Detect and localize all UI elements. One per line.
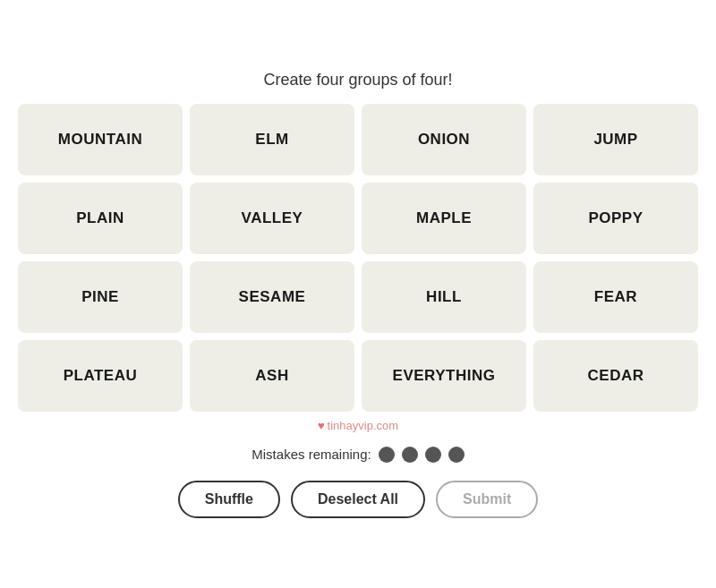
word-tile[interactable]: EVERYTHING bbox=[362, 340, 526, 412]
mistakes-dots bbox=[379, 447, 465, 463]
word-tile-label: ONION bbox=[418, 131, 470, 149]
mistake-dot bbox=[379, 447, 395, 463]
word-tile[interactable]: MAPLE bbox=[362, 183, 526, 254]
mistake-dot bbox=[402, 447, 418, 463]
shuffle-button[interactable]: Shuffle bbox=[178, 481, 280, 518]
mistakes-label: Mistakes remaining: bbox=[251, 447, 371, 462]
word-tile-label: JUMP bbox=[593, 131, 637, 149]
action-buttons: Shuffle Deselect All Submit bbox=[178, 481, 539, 518]
word-tile[interactable]: PLAIN bbox=[18, 183, 183, 254]
word-tile-label: FEAR bbox=[594, 288, 637, 306]
word-tile[interactable]: VALLEY bbox=[190, 183, 354, 254]
watermark-heart-icon: ♥ bbox=[318, 419, 325, 432]
mistakes-row: Mistakes remaining: bbox=[251, 447, 464, 463]
word-tile[interactable]: MOUNTAIN bbox=[18, 104, 183, 175]
word-tile-label: PLAIN bbox=[76, 209, 124, 227]
submit-button[interactable]: Submit bbox=[436, 481, 538, 518]
word-tile-label: CEDAR bbox=[588, 367, 644, 385]
word-tile[interactable]: CEDAR bbox=[533, 340, 698, 412]
word-tile-label: ELM bbox=[255, 131, 288, 149]
game-title: Create four groups of four! bbox=[263, 71, 452, 89]
word-tile-label: VALLEY bbox=[242, 209, 303, 227]
mistake-dot bbox=[448, 447, 465, 463]
word-tile[interactable]: ELM bbox=[190, 104, 354, 175]
word-tile[interactable]: SESAME bbox=[190, 261, 354, 333]
word-tile[interactable]: JUMP bbox=[533, 104, 698, 175]
word-tile-label: MAPLE bbox=[416, 209, 472, 227]
word-tile[interactable]: ASH bbox=[190, 340, 354, 412]
word-tile[interactable]: FEAR bbox=[533, 261, 698, 333]
word-tile[interactable]: ONION bbox=[362, 104, 526, 175]
word-tile[interactable]: PINE bbox=[18, 261, 183, 333]
mistake-dot bbox=[425, 447, 441, 463]
word-tile-label: PINE bbox=[81, 288, 119, 306]
word-tile-label: SESAME bbox=[239, 288, 306, 306]
word-tile[interactable]: POPPY bbox=[533, 183, 698, 254]
deselect-all-button[interactable]: Deselect All bbox=[291, 481, 425, 518]
word-tile-label: POPPY bbox=[588, 209, 643, 227]
word-tile-label: PLATEAU bbox=[64, 367, 138, 385]
word-tile[interactable]: PLATEAU bbox=[18, 340, 183, 412]
word-tile-label: EVERYTHING bbox=[393, 367, 496, 385]
watermark: ♥ tinhayvip.com bbox=[318, 419, 398, 432]
word-tile-label: MOUNTAIN bbox=[58, 131, 142, 149]
word-tile-label: HILL bbox=[426, 288, 462, 306]
watermark-text: tinhayvip.com bbox=[328, 419, 398, 432]
word-tile-label: ASH bbox=[255, 367, 288, 385]
word-grid: MOUNTAINELMONIONJUMPPLAINVALLEYMAPLEPOPP… bbox=[18, 104, 698, 412]
game-container: Create four groups of four! MOUNTAINELMO… bbox=[18, 71, 698, 518]
word-tile[interactable]: HILL bbox=[362, 261, 526, 333]
